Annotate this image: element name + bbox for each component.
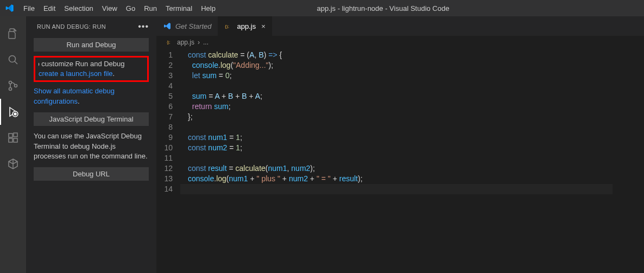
menu-edit[interactable]: Edit	[39, 4, 60, 12]
menu-run[interactable]: Run	[140, 4, 161, 12]
tab-appjs[interactable]: {); app.js ×	[218, 16, 272, 36]
code-editor[interactable]: 1234567891011121314 const calculate = (A…	[156, 49, 613, 273]
sidebar-more-icon[interactable]: •••	[138, 22, 149, 31]
activity-remote-icon[interactable]	[0, 151, 26, 177]
create-launch-json-link[interactable]: create a launch.json file	[39, 69, 113, 78]
svg-point-4	[15, 85, 17, 87]
minimap[interactable]	[613, 49, 644, 273]
activity-extensions-icon[interactable]	[0, 125, 26, 151]
menu-go[interactable]: Go	[122, 4, 140, 12]
sidebar-title: RUN AND DEBUG: RUN	[37, 23, 106, 30]
tab-get-started[interactable]: Get Started	[156, 16, 218, 36]
svg-point-2	[9, 81, 12, 84]
code-content[interactable]: const calculate = (A, B) => { console.lo…	[180, 50, 613, 273]
svg-text:{);: {);	[225, 24, 230, 29]
debug-url-button[interactable]: Debug URL	[34, 167, 149, 181]
activity-bar	[0, 16, 26, 273]
js-file-icon: {);	[166, 39, 174, 46]
customize-text: To customize Run and Debug	[39, 59, 144, 69]
menu-file[interactable]: File	[19, 4, 39, 12]
editor-tabs: Get Started {); app.js ×	[156, 16, 644, 36]
svg-line-1	[15, 61, 17, 64]
vscode-logo-icon	[0, 4, 19, 12]
breadcrumb[interactable]: {); app.js › ...	[156, 36, 644, 49]
js-debug-terminal-text: You can use the JavaScript Debug Termina…	[26, 128, 156, 166]
menu-bar: File Edit Selection View Go Run Terminal…	[19, 4, 220, 12]
svg-rect-6	[9, 134, 12, 137]
menu-terminal[interactable]: Terminal	[161, 4, 197, 12]
svg-point-0	[9, 56, 16, 62]
svg-text:{);: {);	[167, 40, 170, 45]
menu-view[interactable]: View	[98, 4, 122, 12]
menu-help[interactable]: Help	[197, 4, 220, 12]
create-launch-json-highlight: To customize Run and Debug create a laun…	[34, 56, 149, 82]
menu-selection[interactable]: Selection	[60, 4, 97, 12]
editor-group: Get Started {); app.js × {); app.js › ..…	[156, 16, 644, 273]
show-all-configs-link[interactable]: Show all automatic debug configurations	[34, 87, 115, 105]
sidebar-run-debug: RUN AND DEBUG: RUN ••• Run and Debug To …	[26, 16, 156, 273]
line-numbers: 1234567891011121314	[156, 50, 180, 273]
activity-run-debug-icon[interactable]	[0, 99, 26, 125]
activity-search-icon[interactable]	[0, 47, 26, 73]
activity-source-control-icon[interactable]	[0, 73, 26, 99]
title-bar: File Edit Selection View Go Run Terminal…	[0, 0, 644, 16]
svg-rect-8	[14, 138, 17, 142]
activity-explorer-icon[interactable]	[0, 21, 26, 47]
svg-rect-7	[9, 138, 12, 142]
svg-rect-9	[14, 133, 17, 137]
vscode-mono-icon	[163, 22, 172, 30]
close-icon[interactable]: ×	[260, 22, 266, 30]
js-file-icon: {);	[224, 22, 233, 30]
svg-point-3	[9, 88, 12, 91]
window-title: app.js - lightrun-node - Visual Studio C…	[220, 4, 644, 12]
js-debug-terminal-button[interactable]: JavaScript Debug Terminal	[34, 112, 149, 126]
run-and-debug-button[interactable]: Run and Debug	[34, 38, 149, 52]
